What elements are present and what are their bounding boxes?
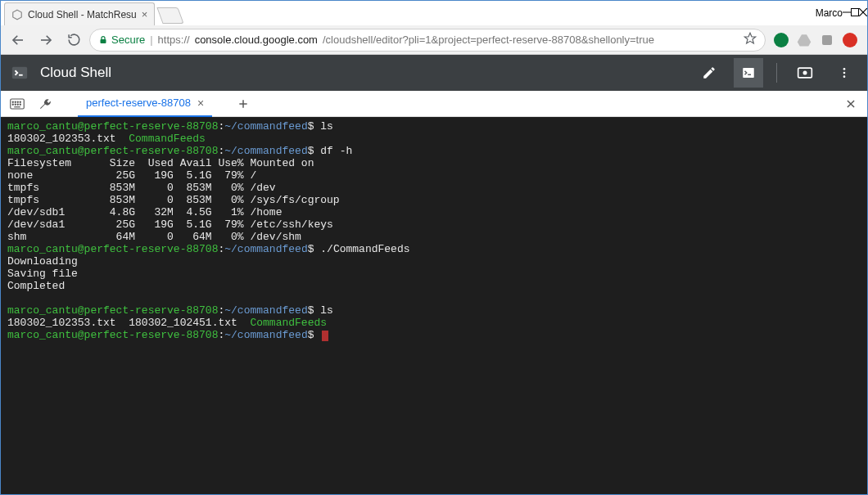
url-separator: |	[150, 34, 152, 46]
secure-label: Secure	[111, 34, 145, 46]
svg-point-18	[843, 72, 846, 74]
close-icon[interactable]: ×	[197, 97, 204, 110]
svg-marker-8	[744, 33, 755, 43]
svg-rect-13	[743, 68, 754, 78]
svg-rect-11	[12, 67, 27, 79]
preview-button[interactable]	[790, 58, 820, 88]
reload-button[interactable]	[61, 29, 86, 52]
secure-badge: Secure	[98, 34, 145, 46]
window-profile-name[interactable]: Marco	[816, 7, 843, 19]
extension-green-icon[interactable]	[774, 33, 789, 47]
keyboard-icon[interactable]	[6, 92, 29, 115]
svg-point-29	[20, 104, 20, 105]
more-options-button[interactable]	[830, 58, 859, 88]
shell-session-label: perfect-reserve-88708	[86, 97, 191, 109]
terminal-logo-icon	[9, 62, 30, 83]
browser-toolbar: Secure | https://console.cloud.google.co…	[1, 25, 867, 55]
terminal-output[interactable]: marco_cantu@perfect-reserve-88708:~/comm…	[1, 117, 867, 494]
back-button[interactable]	[6, 29, 30, 52]
svg-point-22	[12, 101, 13, 102]
svg-point-23	[15, 101, 16, 102]
svg-point-24	[17, 101, 18, 102]
url-scheme: https://	[158, 34, 190, 46]
window-close-button[interactable]	[859, 7, 867, 19]
header-separator	[776, 63, 777, 83]
shell-toolbar: perfect-reserve-88708 ×	[1, 91, 867, 117]
svg-point-26	[12, 104, 13, 105]
close-icon[interactable]: ×	[142, 9, 148, 20]
browser-tab-title: Cloud Shell - MatchResu	[28, 9, 137, 20]
svg-rect-7	[101, 39, 106, 43]
svg-point-28	[17, 104, 18, 105]
url-host: console.cloud.google.com	[195, 34, 318, 46]
extension-icons	[769, 33, 862, 47]
shell-session-tab[interactable]: perfect-reserve-88708 ×	[78, 91, 212, 117]
svg-point-19	[843, 75, 846, 78]
svg-point-25	[20, 101, 20, 102]
wrench-icon[interactable]	[34, 92, 57, 115]
extension-drive-icon[interactable]	[797, 33, 811, 47]
svg-point-27	[15, 104, 16, 105]
bookmark-star-icon[interactable]	[744, 32, 757, 47]
new-tab-button[interactable]	[157, 7, 184, 24]
svg-point-17	[843, 68, 846, 70]
lock-icon	[98, 35, 108, 45]
svg-rect-2	[852, 9, 859, 16]
app-header: Cloud Shell	[1, 55, 867, 91]
browser-tab[interactable]: Cloud Shell - MatchResu ×	[4, 2, 155, 25]
close-panel-button[interactable]	[839, 92, 862, 115]
svg-point-16	[803, 71, 807, 75]
address-bar[interactable]: Secure | https://console.cloud.google.co…	[89, 29, 766, 52]
svg-marker-9	[798, 34, 811, 46]
svg-rect-10	[822, 35, 832, 45]
add-session-button[interactable]	[232, 92, 255, 115]
url-path: /cloudshell/editor?pli=1&project=perfect…	[323, 34, 654, 46]
svg-marker-0	[13, 10, 22, 20]
window-maximize-button[interactable]	[851, 7, 859, 19]
window-minimize-button[interactable]	[843, 7, 851, 19]
extension-red-icon[interactable]	[843, 33, 857, 47]
extension-square-icon[interactable]	[820, 33, 834, 47]
forward-button[interactable]	[34, 29, 58, 52]
hexagon-icon	[11, 9, 23, 20]
edit-button[interactable]	[694, 58, 724, 88]
app-title: Cloud Shell	[40, 65, 111, 81]
terminal-toggle-button[interactable]	[734, 58, 763, 88]
